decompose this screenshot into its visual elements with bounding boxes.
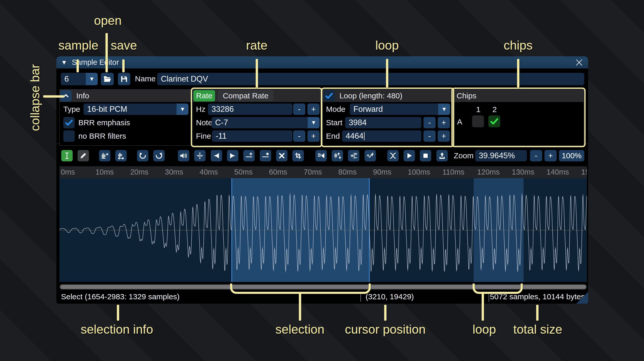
trim-button[interactable] — [292, 150, 304, 161]
documentation-page: ▼ Sample Editor 6 ▼ — [0, 0, 644, 361]
resize-button[interactable] — [99, 150, 110, 161]
fade-in-button[interactable] — [211, 150, 222, 161]
redo-button[interactable] — [153, 150, 165, 161]
insert-silence-button[interactable] — [243, 150, 255, 161]
timeline-label: 40ms — [200, 168, 218, 176]
draw-pencil-tool-button[interactable] — [78, 150, 89, 161]
zoom-plus-button[interactable]: + — [544, 150, 557, 161]
timeline-label: 100ms — [408, 168, 430, 176]
timeline-label: 120ms — [477, 168, 499, 176]
timeline-label: 0ms — [61, 168, 75, 176]
callout-line-total-size — [536, 305, 539, 321]
waveform-canvas[interactable] — [59, 178, 587, 282]
no-brr-filters-checkbox[interactable] — [63, 130, 75, 142]
annotation-selection: selection — [275, 322, 324, 336]
timeline-label: 70ms — [304, 168, 322, 176]
dropdown-arrow-icon[interactable]: ▼ — [86, 73, 98, 85]
callout-line-cursor-position — [384, 305, 387, 321]
loop-brace — [473, 284, 523, 294]
callout-line-save — [122, 59, 125, 72]
resample-button[interactable] — [115, 150, 127, 161]
annotation-sample: sample — [58, 38, 99, 52]
sample-name-input[interactable]: Clarinet DQV — [157, 73, 584, 85]
amplify-button[interactable] — [178, 150, 189, 161]
zoom-reset-button[interactable]: 100% — [559, 150, 584, 161]
timeline-ruler: 0ms10ms20ms30ms40ms50ms60ms70ms80ms90ms1… — [59, 166, 587, 178]
folder-open-icon — [103, 75, 111, 83]
callout-line-collapse-bar — [43, 95, 64, 98]
preview-play-button[interactable] — [404, 150, 415, 161]
timeline-label: 30ms — [165, 168, 183, 176]
timeline-label: 140ms — [547, 168, 569, 176]
sample-row: 6 ▼ Na — [56, 73, 588, 85]
loop-highlight-box — [321, 88, 454, 147]
info-header-label: Info — [76, 91, 89, 100]
annotation-cursor-position: cursor position — [345, 322, 426, 336]
timeline-label: 50ms — [234, 168, 253, 176]
sample-name-value: Clarinet DQV — [161, 74, 208, 84]
annotation-open: open — [94, 13, 122, 28]
sample-number-select[interactable]: 6 ▼ — [61, 73, 98, 85]
undo-button[interactable] — [137, 150, 148, 161]
toolbar: Zoom 39.9645% - + 100% — [56, 149, 588, 163]
annotation-loop-top: loop — [375, 38, 399, 52]
zoom-input[interactable]: 39.9645% — [475, 150, 527, 161]
upload-sample-button[interactable] — [436, 150, 448, 161]
no-brr-filters-label: no BRR filters — [78, 132, 126, 140]
close-icon[interactable] — [575, 58, 584, 67]
callout-line-sample — [77, 59, 79, 72]
timeline-label: 110ms — [442, 168, 464, 176]
sample-type-value: 16-bit PCM — [87, 105, 127, 114]
callout-line-rate — [256, 59, 258, 88]
save-sample-button[interactable] — [118, 73, 130, 85]
dropdown-arrow-icon[interactable]: ▼ — [177, 104, 188, 115]
timeline-label: 150ms — [581, 168, 587, 176]
callout-line-loop-top — [386, 59, 388, 88]
zoom-value: 39.9645% — [479, 151, 515, 160]
invert-button[interactable] — [332, 150, 343, 161]
ibeam-select-tool-button[interactable] — [61, 150, 73, 161]
timeline-label: 90ms — [373, 168, 391, 176]
zoom-minus-button[interactable]: - — [530, 150, 542, 161]
window-collapse-triangle-icon[interactable]: ▼ — [61, 59, 67, 66]
timeline-label: 20ms — [130, 168, 148, 176]
sample-type-select[interactable]: 16-bit PCM ▼ — [84, 104, 188, 115]
fade-out-button[interactable] — [227, 150, 238, 161]
type-label: Type — [63, 105, 80, 114]
annotation-save: save — [111, 38, 137, 52]
info-panel: Info Type 16-bit PCM ▼ BRR emphasis no — [59, 89, 192, 146]
check-icon — [66, 121, 72, 125]
annotation-collapse-bar: collapse bar — [28, 64, 42, 131]
waveform-display[interactable] — [59, 178, 587, 282]
zoom-label: Zoom — [454, 151, 474, 160]
timeline-label: 80ms — [338, 168, 357, 176]
chips-highlight-box — [451, 88, 586, 147]
signed-unsigned-button[interactable] — [348, 150, 359, 161]
callout-line-chips — [517, 59, 519, 88]
window-titlebar[interactable]: ▼ Sample Editor — [56, 56, 588, 68]
annotation-total-size: total size — [513, 322, 562, 336]
preview-stop-button[interactable] — [420, 150, 431, 161]
selection-info-text: Select (1654-2983: 1329 samples) — [61, 292, 180, 301]
brr-emphasis-label: BRR emphasis — [78, 118, 130, 127]
reverse-button[interactable] — [315, 150, 327, 161]
apply-silence-button[interactable] — [260, 150, 271, 161]
crossfade-loop-button[interactable] — [387, 150, 399, 161]
brr-emphasis-checkbox[interactable] — [63, 117, 75, 128]
annotation-selection-info: selection info — [81, 322, 153, 336]
cursor-position-text: (3210, 19429) — [366, 292, 414, 301]
selection-brace — [230, 284, 371, 294]
callout-line-open — [105, 33, 108, 72]
normalize-button[interactable] — [194, 150, 206, 161]
filter-button[interactable] — [365, 150, 376, 161]
resize-grip[interactable] — [576, 292, 588, 304]
callout-line-loop-bottom — [482, 293, 484, 321]
callout-line-selection — [299, 293, 301, 321]
annotation-loop-bottom: loop — [473, 322, 496, 336]
delete-button[interactable] — [276, 150, 287, 161]
open-sample-button[interactable] — [101, 73, 114, 85]
timeline-label: 60ms — [269, 168, 287, 176]
callout-line-selection-info — [117, 305, 119, 321]
sample-number-value: 6 — [64, 74, 69, 84]
timeline-label: 130ms — [512, 168, 534, 176]
